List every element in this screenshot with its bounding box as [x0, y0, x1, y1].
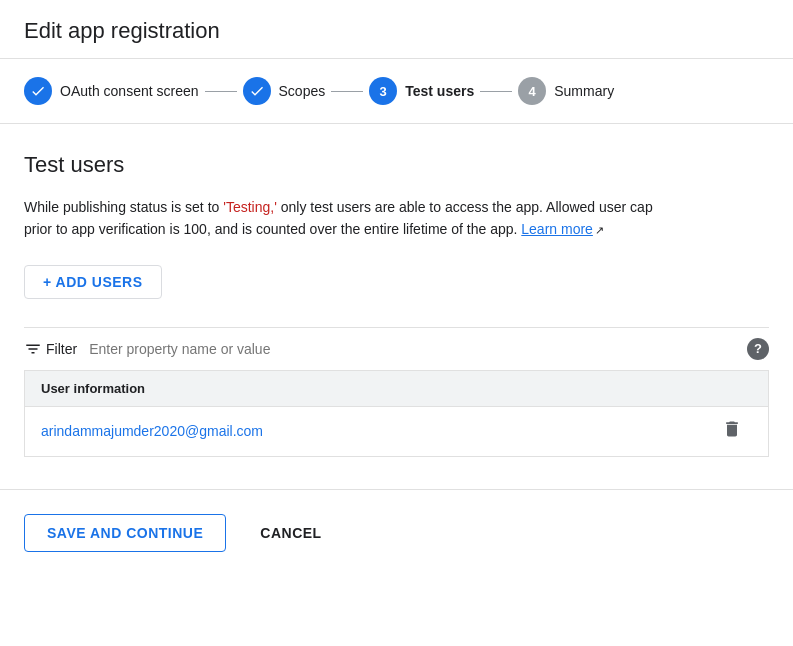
step-2-circle — [243, 77, 271, 105]
step-test-users[interactable]: 3 Test users — [369, 77, 474, 105]
filter-bar: Filter ? — [24, 327, 769, 370]
step-4-circle: 4 — [518, 77, 546, 105]
check-icon — [30, 83, 46, 99]
step-oauth[interactable]: OAuth consent screen — [24, 77, 199, 105]
actions-bar: SAVE AND CONTINUE CANCEL — [0, 489, 793, 568]
delete-user-button[interactable] — [712, 419, 752, 444]
col-actions — [397, 381, 753, 396]
step-summary[interactable]: 4 Summary — [518, 77, 614, 105]
trash-icon — [722, 419, 742, 439]
filter-icon: Filter — [24, 340, 77, 358]
step-separator-1 — [205, 91, 237, 92]
step-separator-2 — [331, 91, 363, 92]
learn-more-link[interactable]: Learn more — [521, 221, 593, 237]
stepper: OAuth consent screen Scopes 3 Test users… — [0, 59, 793, 124]
add-users-button[interactable]: + ADD USERS — [24, 265, 162, 299]
users-table: User information arindammajumder2020@gma… — [24, 370, 769, 457]
filter-label: Filter — [46, 341, 77, 357]
main-content: Test users While publishing status is se… — [0, 124, 793, 481]
filter-input[interactable] — [85, 341, 739, 357]
description-text-1: While publishing status is set to — [24, 199, 223, 215]
save-and-continue-button[interactable]: SAVE AND CONTINUE — [24, 514, 226, 552]
step-scopes-label: Scopes — [279, 83, 326, 99]
testing-highlight: 'Testing,' — [223, 199, 277, 215]
step-scopes[interactable]: Scopes — [243, 77, 326, 105]
filter-help-button[interactable]: ? — [747, 338, 769, 360]
table-row: arindammajumder2020@gmail.com — [25, 407, 768, 456]
description: While publishing status is set to 'Testi… — [24, 196, 664, 241]
section-title: Test users — [24, 152, 769, 178]
check-icon-2 — [249, 83, 265, 99]
step-3-circle: 3 — [369, 77, 397, 105]
step-test-users-label: Test users — [405, 83, 474, 99]
step-summary-label: Summary — [554, 83, 614, 99]
delete-icon — [722, 419, 742, 444]
col-user-information: User information — [41, 381, 397, 396]
step-1-circle — [24, 77, 52, 105]
step-separator-3 — [480, 91, 512, 92]
page-header: Edit app registration — [0, 0, 793, 59]
filter-svg-icon — [24, 340, 42, 358]
step-oauth-label: OAuth consent screen — [60, 83, 199, 99]
user-email: arindammajumder2020@gmail.com — [41, 423, 712, 439]
cancel-button[interactable]: CANCEL — [238, 515, 343, 551]
page-title: Edit app registration — [24, 18, 769, 44]
external-link-icon: ↗ — [595, 222, 604, 240]
table-header: User information — [25, 371, 768, 407]
